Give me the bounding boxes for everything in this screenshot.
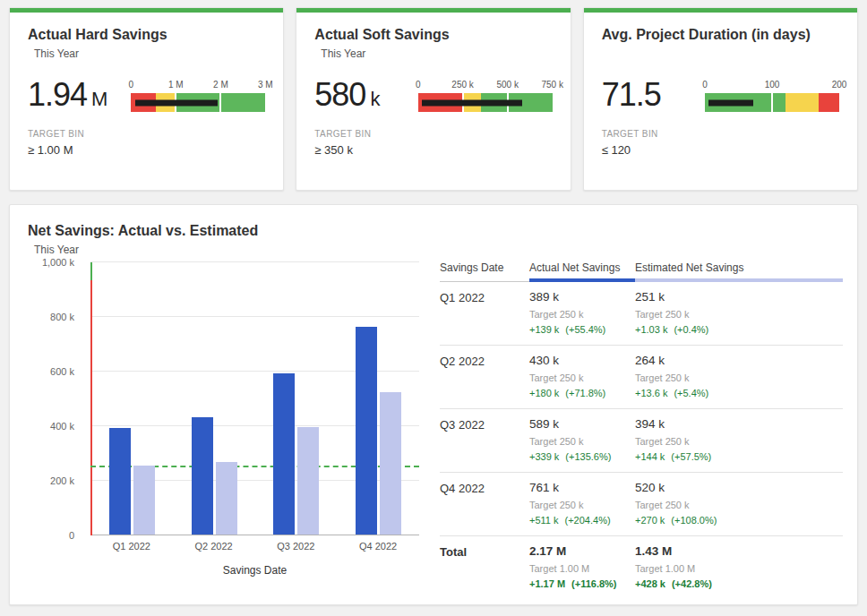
bullet-tick-label: 0 — [702, 80, 708, 90]
variance-value: +1.17 M — [529, 578, 565, 589]
variance-value: +144 k — [635, 451, 665, 462]
actual-bar[interactable] — [109, 428, 131, 535]
target-bin-label: TARGET BIN — [28, 129, 265, 139]
x-axis-label: Q1 2022 — [113, 541, 150, 552]
bullet-segment — [819, 93, 839, 112]
actual-bar[interactable] — [192, 417, 213, 535]
cell-variance: +339 k(+135.6%) — [529, 451, 635, 463]
cell-value: 251 k — [635, 290, 843, 304]
estimated-bar[interactable] — [297, 427, 319, 535]
variance-pct: (+108.0%) — [671, 515, 717, 526]
actual-bar[interactable] — [356, 327, 377, 535]
cell-target: Target 1.00 M — [529, 563, 635, 575]
bullet-tick-label: 100 — [765, 80, 780, 90]
table-row[interactable]: Q4 2022761 kTarget 250 k+511 k(+204.4%)5… — [440, 473, 843, 536]
bullet-tick-label: 0 — [129, 80, 134, 90]
cell-target: Target 250 k — [529, 436, 635, 448]
target-bin-value: ≤ 120 — [602, 143, 839, 157]
bullet-measure-bar — [708, 99, 752, 106]
variance-pct: (+71.8%) — [565, 388, 605, 398]
bullet-axis: 01 M2 M3 M — [131, 80, 265, 93]
variance-pct: (+135.6%) — [565, 451, 611, 462]
variance-value: +339 k — [529, 451, 559, 462]
y-axis-label: 0 — [69, 530, 74, 541]
kpi-body: 580k0250 k500 k750 k — [314, 65, 552, 114]
bullet-segment — [785, 93, 820, 112]
kpi-value-number: 1.94 — [28, 76, 87, 114]
bullet-bar — [418, 93, 553, 112]
cell-value: 761 k — [529, 481, 635, 495]
kpi-value-number: 71.5 — [602, 76, 661, 114]
cell-variance: +13.6 k(+5.4%) — [635, 388, 843, 399]
chart-subtitle: This Year — [34, 244, 839, 256]
variance-pct: (+0.4%) — [674, 324, 708, 335]
target-bin-label: TARGET BIN — [602, 129, 839, 139]
legend-underline-estimated — [635, 278, 843, 282]
plot-area — [90, 262, 419, 535]
bullet-tick-separator — [771, 93, 773, 112]
x-axis-label: Q3 2022 — [277, 541, 314, 552]
cell-value: 520 k — [635, 481, 843, 495]
cell-target: Target 250 k — [529, 309, 635, 321]
kpi-title: Actual Hard Savings — [28, 27, 265, 43]
cell-value: 589 k — [529, 417, 635, 432]
cell-variance: +180 k(+71.8%) — [529, 388, 635, 399]
header-underline — [440, 278, 529, 282]
kpi-card: Actual Soft SavingsThis Year580k0250 k50… — [296, 7, 571, 191]
row-label: Q3 2022 — [440, 417, 529, 463]
kpi-body: 1.94M01 M2 M3 M — [28, 65, 265, 114]
bullet-tick-label: 2 M — [213, 80, 228, 90]
estimated-cell: 1.43 MTarget 1.00 M+428 k(+42.8%) — [635, 544, 843, 590]
kpi-subtitle — [608, 47, 839, 60]
kpi-value-unit: k — [370, 88, 380, 111]
cell-target: Target 250 k — [529, 372, 635, 384]
cell-target: Target 1.00 M — [635, 563, 843, 575]
table-row[interactable]: Q1 2022389 kTarget 250 k+139 k(+55.4%)25… — [440, 282, 843, 346]
row-label: Total — [440, 544, 529, 590]
cell-variance: +1.03 k(+0.4%) — [635, 324, 843, 336]
row-label: Q1 2022 — [440, 290, 529, 336]
kpi-title: Avg. Project Duration (in days) — [602, 27, 839, 43]
bullet-bar — [705, 93, 839, 112]
cell-target: Target 250 k — [635, 372, 843, 384]
column-header-label: Actual Net Savings — [529, 261, 635, 274]
table-row[interactable]: Q2 2022430 kTarget 250 k+180 k(+71.8%)26… — [440, 346, 843, 409]
kpi-title: Actual Soft Savings — [314, 27, 552, 43]
actual-bar[interactable] — [273, 373, 295, 535]
actual-cell: 761 kTarget 250 k+511 k(+204.4%) — [529, 481, 635, 526]
cell-target: Target 250 k — [635, 436, 843, 448]
cell-variance: +270 k(+108.0%) — [635, 515, 843, 526]
variance-value: +13.6 k — [635, 388, 667, 398]
estimated-bar[interactable] — [216, 462, 237, 535]
target-bin-value: ≥ 1.00 M — [28, 143, 265, 157]
gridline — [90, 316, 419, 317]
bullet-chart: 0100200 — [705, 80, 839, 112]
variance-pct: (+57.5%) — [671, 451, 711, 462]
estimated-cell: 520 kTarget 250 k+270 k(+108.0%) — [635, 481, 843, 526]
column-header-actual: Actual Net Savings — [529, 255, 635, 282]
kpi-value: 1.94M — [28, 76, 107, 114]
bullet-axis: 0250 k500 k750 k — [418, 80, 553, 93]
estimated-bar[interactable] — [380, 392, 401, 535]
bullet-chart: 01 M2 M3 M — [131, 80, 265, 112]
column-header-label: Estimated Net Savings — [635, 261, 843, 274]
kpi-body: 71.50100200 — [602, 65, 839, 114]
kpi-subtitle: This Year — [34, 47, 265, 60]
bar-chart: 0200 k400 k600 k800 k1,000 k Q1 2022Q2 2… — [30, 262, 437, 594]
y-axis-line — [90, 262, 92, 535]
net-savings-card: Net Savings: Actual vs. Estimated This Y… — [9, 204, 858, 605]
actual-cell: 2.17 MTarget 1.00 M+1.17 M(+116.8%) — [529, 544, 635, 590]
y-axis-label: 200 k — [50, 475, 74, 486]
cell-value: 394 k — [635, 417, 843, 432]
bullet-tick-label: 0 — [416, 80, 421, 90]
table-total-row[interactable]: Total2.17 MTarget 1.00 M+1.17 M(+116.8%)… — [440, 536, 843, 599]
table-header-row: Savings DateActual Net SavingsEstimated … — [440, 255, 843, 282]
variance-pct: (+42.8%) — [672, 578, 712, 589]
estimated-bar[interactable] — [133, 466, 155, 535]
variance-pct: (+55.4%) — [565, 324, 605, 335]
cell-variance: +511 k(+204.4%) — [529, 515, 635, 526]
table-row[interactable]: Q3 2022589 kTarget 250 k+339 k(+135.6%)3… — [440, 409, 843, 473]
bullet-tick-label: 750 k — [541, 80, 562, 90]
estimated-cell: 264 kTarget 250 k+13.6 k(+5.4%) — [635, 354, 843, 399]
kpi-value-number: 580 — [314, 76, 365, 114]
